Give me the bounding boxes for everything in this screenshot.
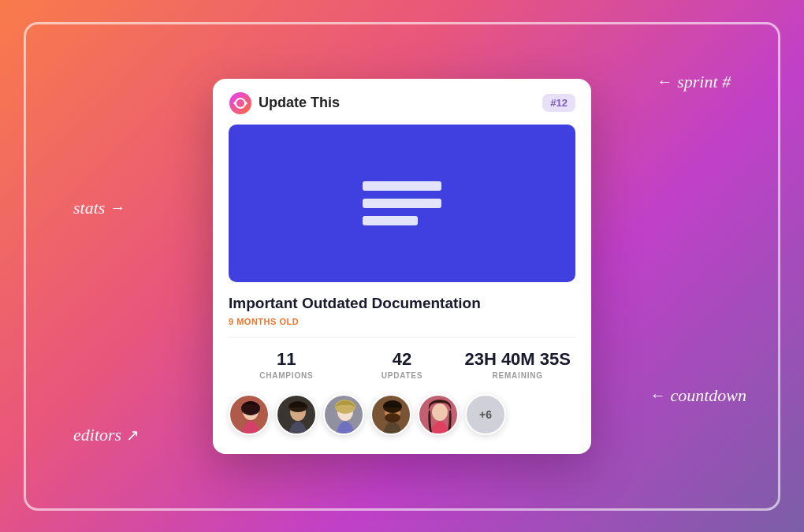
sprint-label: sprint # [677, 72, 731, 92]
stats-label: stats [73, 198, 105, 218]
editor-avatar-1 [229, 394, 270, 435]
stats-arrow [110, 199, 125, 217]
hamburger-line-1 [363, 181, 441, 191]
updates-value: 42 [344, 349, 460, 370]
svg-point-14 [385, 413, 400, 422]
hamburger-line-2 [363, 199, 441, 208]
outer-frame: stats editors sprint # countdown [24, 22, 780, 511]
svg-point-17 [432, 404, 448, 421]
editor-avatar-2 [276, 394, 317, 435]
editors-arrow [126, 426, 140, 445]
stat-champions: 11 CHAMPIONS [229, 349, 344, 380]
app-logo-icon [229, 91, 252, 115]
editor-avatar-4 [370, 394, 411, 435]
editor-avatar-5 [418, 394, 459, 435]
annotation-sprint: sprint # [657, 72, 731, 92]
sprint-badge: #12 [542, 94, 575, 112]
champions-label: CHAMPIONS [229, 371, 344, 380]
app-title: Update This [259, 95, 340, 111]
card-logo-title: Update This [229, 91, 340, 115]
stats-row: 11 CHAMPIONS 42 UPDATES 23H 40M 35S REMA… [229, 337, 575, 380]
annotation-countdown: countdown [650, 385, 746, 406]
editors-row: +6 [213, 394, 591, 435]
svg-point-0 [229, 92, 251, 114]
countdown-arrow [650, 386, 665, 404]
hamburger-icon [363, 181, 441, 225]
card-header: Update This #12 [213, 79, 591, 125]
doc-age: 9 MONTHS OLD [229, 317, 575, 326]
stat-remaining: 23H 40M 35S REMAINING [460, 349, 575, 380]
annotation-stats: stats [73, 198, 125, 218]
editor-avatar-3 [323, 394, 364, 435]
countdown-label: countdown [670, 385, 746, 406]
remaining-value: 23H 40M 35S [460, 349, 575, 370]
card-image [229, 125, 575, 282]
hamburger-line-3 [363, 216, 418, 225]
doc-title: Important Outdated Documentation [229, 295, 575, 312]
card-content: Important Outdated Documentation 9 MONTH… [213, 282, 591, 380]
main-card: Update This #12 Important Outdated Docum… [213, 79, 591, 454]
editors-label: editors [73, 425, 121, 445]
editors-more-badge: +6 [465, 394, 506, 435]
remaining-label: REMAINING [460, 371, 575, 380]
champions-value: 11 [229, 349, 344, 370]
annotation-editors: editors [73, 425, 140, 445]
stat-updates: 42 UPDATES [344, 349, 460, 380]
sprint-arrow [657, 73, 672, 91]
updates-label: UPDATES [344, 371, 460, 380]
